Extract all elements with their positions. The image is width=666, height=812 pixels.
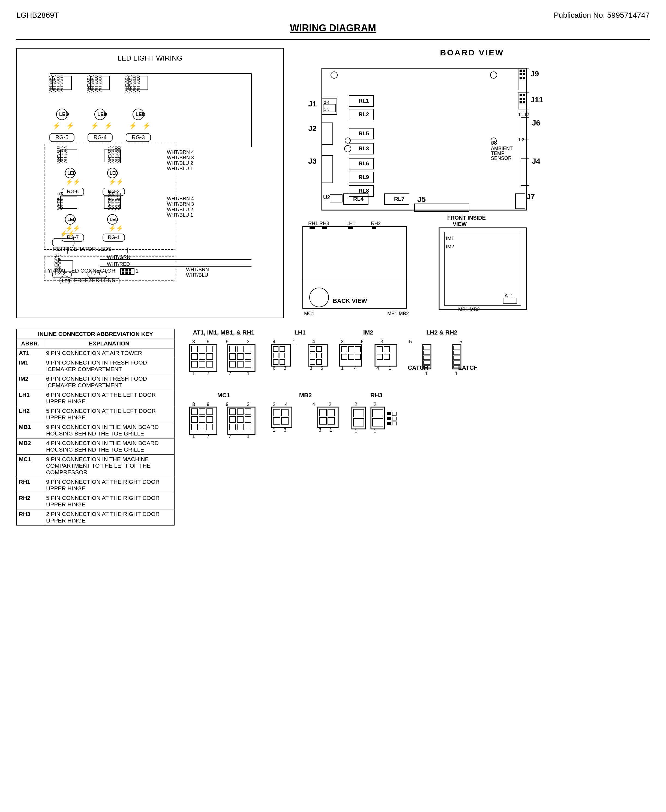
abbr-cell: MC1 [16, 455, 44, 477]
svg-text:BACK VIEW: BACK VIEW [333, 297, 367, 304]
svg-text:RL3: RL3 [359, 145, 369, 152]
svg-text:TYPICAL LED CONNECTOR: TYPICAL LED CONNECTOR [44, 268, 115, 274]
svg-rect-126 [523, 98, 525, 100]
svg-rect-206 [191, 346, 198, 352]
front-inside-view: FRONT INSIDE VIEW IM1 IM2 AT1 [431, 213, 534, 318]
svg-text:MB1  MB2: MB1 MB2 [458, 307, 480, 312]
svg-text:1: 1 [389, 365, 391, 371]
svg-text:4: 4 [273, 339, 275, 344]
svg-text:WHT/BRN: WHT/BRN [186, 267, 209, 272]
svg-text:4: 4 [312, 339, 315, 344]
led-wiring-box: LED LIGHT WIRING WHT/BRN WHT/BRN WHT/BLU… [16, 48, 284, 318]
back-view-svg: RH1 RH3 LH1 RH2 BACK VIEW MC1 MB1 MB2 [295, 213, 425, 317]
svg-text:6: 6 [273, 365, 275, 371]
svg-text:3: 3 [192, 402, 195, 407]
svg-rect-274 [424, 351, 430, 355]
svg-text:LED: LED [135, 112, 145, 117]
svg-rect-308 [237, 416, 243, 423]
svg-rect-343 [387, 412, 391, 415]
svg-text:WHT/BRN: WHT/BRN [63, 146, 68, 163]
svg-text:⚡: ⚡ [66, 122, 74, 130]
svg-rect-273 [424, 346, 430, 350]
svg-text:7: 7 [229, 434, 231, 439]
svg-text:3: 3 [247, 339, 249, 344]
svg-text:WHT/BLU 2: WHT/BLU 2 [167, 160, 193, 166]
svg-text:3: 3 [381, 339, 383, 344]
svg-text:MC1: MC1 [304, 311, 315, 316]
svg-rect-154 [322, 155, 333, 183]
svg-rect-191 [372, 226, 376, 229]
svg-text:J1: J1 [308, 100, 317, 108]
svg-rect-245 [317, 347, 321, 352]
svg-text:WHT/BRN 4: WHT/BRN 4 [167, 150, 194, 155]
svg-text:WHT/BLU: WHT/BLU [136, 75, 140, 92]
svg-text:1: 1 [273, 427, 275, 433]
svg-rect-233 [273, 347, 278, 352]
explanation-cell: 9 PIN CONNECTION AT AIR TOWER [44, 348, 174, 358]
svg-text:J5: J5 [417, 195, 426, 203]
svg-rect-150 [521, 139, 529, 161]
svg-text:2: 2 [273, 402, 275, 407]
svg-rect-345 [387, 422, 391, 425]
table-header: INLINE CONNECTOR ABBREVIATION KEY [16, 329, 175, 339]
svg-rect-170 [516, 194, 525, 209]
svg-rect-292 [191, 409, 198, 415]
svg-text:WHT/BLU: WHT/BLU [117, 146, 122, 163]
im2-connector-svg: 3 6 3 1 4 [338, 338, 398, 382]
svg-text:⚡: ⚡ [129, 122, 137, 130]
svg-rect-109 [122, 272, 124, 274]
svg-text:6: 6 [320, 365, 323, 371]
svg-text:RL1: RL1 [359, 98, 369, 104]
abbreviation-table: INLINE CONNECTOR ABBREVIATION KEY ABBR. … [16, 329, 175, 525]
svg-rect-188 [310, 226, 315, 229]
svg-rect-234 [273, 353, 278, 358]
svg-text:LED: LED [62, 279, 71, 283]
svg-rect-222 [237, 353, 243, 360]
svg-text:1: 1 [341, 365, 344, 371]
svg-text:1: 1 [354, 428, 357, 434]
svg-text:RG-4: RG-4 [94, 134, 107, 140]
svg-rect-320 [273, 409, 280, 416]
svg-rect-281 [453, 346, 460, 350]
svg-text:VIEW: VIEW [453, 221, 467, 227]
title-section: WIRING DIAGRAM [16, 22, 650, 34]
front-view-svg: FRONT INSIDE VIEW IM1 IM2 AT1 [431, 213, 534, 317]
svg-rect-162 [330, 195, 342, 202]
svg-rect-341 [373, 419, 383, 426]
svg-rect-294 [207, 409, 213, 415]
svg-rect-238 [280, 360, 285, 365]
svg-rect-117 [519, 77, 522, 79]
svg-rect-266 [384, 354, 389, 360]
svg-rect-327 [320, 409, 326, 416]
svg-rect-312 [245, 424, 251, 430]
svg-rect-275 [424, 356, 430, 360]
rh3-label: RH3 [349, 392, 404, 399]
svg-rect-213 [199, 361, 205, 367]
svg-rect-322 [273, 418, 280, 424]
svg-text:5: 5 [460, 339, 462, 344]
svg-text:⚡: ⚡ [52, 122, 61, 130]
board-view-title: BOARD VIEW [295, 48, 650, 57]
svg-rect-108 [129, 269, 131, 271]
svg-point-145 [345, 145, 351, 152]
svg-rect-300 [207, 424, 213, 430]
svg-rect-140 [322, 123, 333, 145]
table-row: MB24 PIN CONNECTION IN THE MAIN BOARD HO… [16, 439, 175, 455]
svg-rect-323 [282, 418, 288, 424]
svg-rect-212 [191, 361, 198, 367]
svg-rect-189 [322, 226, 327, 229]
svg-text:1 3: 1 3 [324, 107, 330, 111]
svg-text:RH2: RH2 [371, 221, 381, 226]
svg-text:RL4: RL4 [353, 196, 364, 202]
svg-rect-118 [523, 69, 525, 72]
abbr-cell: RH2 [16, 493, 44, 509]
svg-rect-330 [328, 418, 335, 424]
rg1-group: WHT/BRN WHT/BRN WHT/BLU WHT/BLU LED ⚡⚡ R… [103, 192, 125, 241]
abbr-cell: LH2 [16, 406, 44, 423]
svg-text:RG-3: RG-3 [132, 134, 145, 140]
rg5-group: WHT/BRN WHT/BRN WHT/BLU WHT/BLU LED ⚡ ⚡ … [48, 75, 74, 142]
abbr-cell: IM2 [16, 374, 44, 390]
table-row: RH19 PIN CONNECTION AT THE RIGHT DOOR UP… [16, 477, 175, 493]
svg-rect-218 [230, 346, 236, 352]
svg-text:9: 9 [226, 339, 229, 344]
